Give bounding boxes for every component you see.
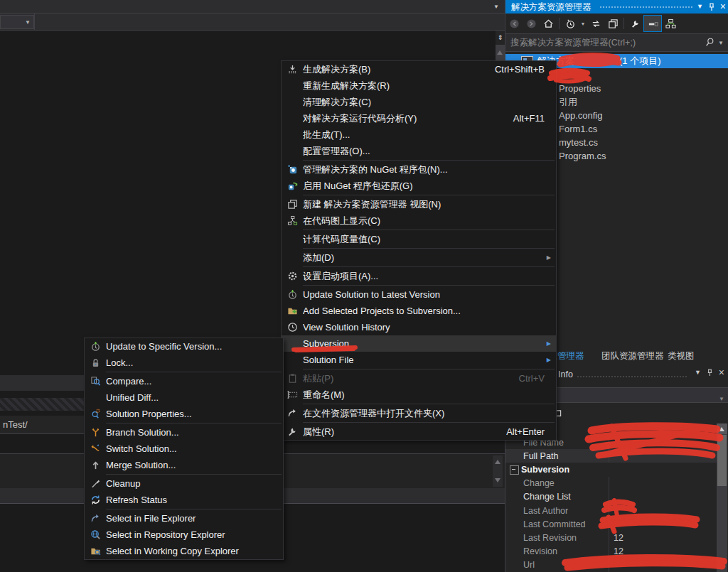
scroll-up-arrow-icon <box>719 427 724 431</box>
grid-row-last-author[interactable]: Last Author <box>505 504 717 517</box>
menu-item-add[interactable]: 添加(D)▶ <box>282 249 556 266</box>
mini-scrollbar[interactable] <box>493 455 503 487</box>
properties-magnifier-icon <box>85 406 106 422</box>
solution-search-box[interactable]: 搜索解决方案资源管理器(Ctrl+;) ▼ <box>505 33 728 52</box>
gear-icon <box>282 268 303 284</box>
tree-row-program[interactable]: Program.cs <box>559 149 722 163</box>
chevron-down-icon[interactable]: ▼ <box>718 40 724 46</box>
collapse-all-icon[interactable] <box>643 15 662 32</box>
submenu-item-switch-solution[interactable]: Switch Solution... <box>85 441 283 457</box>
tree-row-references[interactable]: 引用 <box>559 95 722 109</box>
svn-update-icon <box>282 286 303 303</box>
submenu-item-unified-diff[interactable]: Unified Diff... <box>85 389 283 406</box>
menu-item-open-folder-in-explorer[interactable]: 在文件资源管理器中打开文件夹(X) <box>282 405 556 421</box>
close-icon[interactable]: × <box>720 0 726 14</box>
submenu-item-lock[interactable]: Lock... <box>85 355 283 371</box>
refresh-icon <box>85 492 106 508</box>
submenu-arrow-icon: ▶ <box>547 254 551 261</box>
pin-icon[interactable] <box>707 369 713 377</box>
close-icon[interactable]: × <box>719 367 724 378</box>
submenu-item-branch-solution[interactable]: Branch Solution... <box>85 424 283 441</box>
toolbar-separator <box>559 18 560 29</box>
menu-item-view-solution-history[interactable]: View Solution History <box>282 319 556 335</box>
menu-item-rebuild-solution[interactable]: 重新生成解决方案(R) <box>282 77 556 94</box>
pending-changes-filter-icon[interactable] <box>562 16 579 31</box>
merge-icon <box>85 457 106 473</box>
toolbar-separator <box>623 18 624 29</box>
grid-category-subversion[interactable]: Subversion <box>505 463 717 476</box>
forward-icon[interactable] <box>523 16 540 31</box>
solution-label-suffix: (1 个项目) <box>619 54 661 68</box>
menu-item-batch-build[interactable]: 批生成(T)... <box>282 126 556 143</box>
tree-row-properties[interactable]: Properties <box>559 82 722 95</box>
window-position-icon[interactable]: ▼ <box>697 0 703 14</box>
menu-item-enable-nuget-restore[interactable]: 启用 NuGet 程序包还原(G) <box>282 178 556 194</box>
toolbar-separator <box>34 14 35 30</box>
toolbar-overflow-icon[interactable]: ▼ <box>493 4 499 10</box>
scroll-up-arrow-icon[interactable] <box>497 50 503 55</box>
grid-row-change-list[interactable]: Change List <box>505 490 717 504</box>
grid-row-url[interactable]: Url <box>505 558 717 572</box>
menu-item-paste[interactable]: 粘贴(P)Ctrl+V <box>282 370 556 387</box>
toolbar-combobox[interactable]: ▼ <box>0 15 34 29</box>
properties-wrench-icon[interactable] <box>626 16 643 31</box>
submenu-item-update-specific-version[interactable]: Update to Specific Version... <box>85 338 283 355</box>
back-icon[interactable] <box>505 16 523 31</box>
menu-item-code-metrics[interactable]: 计算代码度量值(C) <box>282 231 556 247</box>
grid-scrollbar[interactable] <box>717 423 727 572</box>
menu-item-rename[interactable]: 重命名(M) <box>282 387 556 403</box>
home-icon[interactable] <box>540 16 557 31</box>
editor-splitter-handle[interactable]: ⇕ <box>496 31 505 45</box>
submenu-item-solution-properties[interactable]: Solution Properties... <box>85 406 283 422</box>
grid-row-change[interactable]: Change <box>505 477 717 490</box>
submenu-arrow-icon: ▶ <box>547 340 551 347</box>
update-specific-version-icon <box>85 338 106 355</box>
menu-item-show-on-code-map[interactable]: 在代码图上显示(C) <box>282 212 556 229</box>
tree-row-mytest[interactable]: mytest.cs <box>559 136 722 149</box>
pin-icon[interactable] <box>708 3 715 11</box>
grid-row-full-path[interactable]: Full Path <box>505 449 717 463</box>
tab-class-view[interactable]: 类视图 <box>668 348 695 364</box>
tab-team-explorer[interactable]: 团队资源管理器 <box>601 348 664 364</box>
grid-row-revision[interactable]: Revision12 <box>505 545 717 558</box>
search-placeholder: 搜索解决方案资源管理器(Ctrl+;) <box>510 37 636 49</box>
window-position-icon[interactable]: ▼ <box>695 369 701 376</box>
menu-item-properties[interactable]: 属性(R)Alt+Enter <box>282 423 556 440</box>
menu-item-set-startup-project[interactable]: 设置启动项目(A)... <box>282 268 556 284</box>
branch-icon <box>85 424 106 441</box>
submenu-item-refresh-status[interactable]: Refresh Status <box>85 492 283 508</box>
scrollbar-thumb[interactable] <box>717 435 727 486</box>
scroll-up-arrow-icon <box>495 460 500 464</box>
menu-item-update-solution-latest[interactable]: Update Solution to Latest Version <box>282 286 556 303</box>
submenu-item-select-in-working-copy-explorer[interactable]: Select in Working Copy Explorer <box>85 543 283 559</box>
menu-item-run-code-analysis[interactable]: 对解决方案运行代码分析(Y)Alt+F11 <box>282 110 556 126</box>
submenu-item-select-in-file-explorer[interactable]: Select in File Explorer <box>85 510 283 527</box>
menu-item-add-projects-to-subversion[interactable]: Add Selected Projects to Subversion... <box>282 303 556 319</box>
menu-item-new-explorer-view[interactable]: 新建 解决方案资源管理器 视图(N) <box>282 196 556 212</box>
clipboard-icon <box>282 370 303 387</box>
grid-row-last-revision[interactable]: Last Revision12 <box>505 531 717 544</box>
search-icon[interactable] <box>705 37 714 48</box>
menu-item-clean-solution[interactable]: 清理解决方案(C) <box>282 94 556 110</box>
collapse-box-icon[interactable] <box>510 465 519 475</box>
new-solution-explorer-view-icon[interactable] <box>604 16 621 31</box>
submenu-item-select-in-repository-explorer[interactable]: Select in Repository Explorer <box>85 527 283 543</box>
submenu-item-compare[interactable]: Compare... <box>85 373 283 389</box>
sync-with-active-document-icon[interactable] <box>587 16 604 31</box>
tree-row-project[interactable] <box>559 68 722 82</box>
grid-row-last-committed[interactable]: Last Committed <box>505 517 717 531</box>
tree-row-appconfig[interactable]: App.config <box>559 109 722 122</box>
chevron-down-icon[interactable]: ▼ <box>579 16 587 31</box>
submenu-item-cleanup[interactable]: Cleanup <box>85 475 283 492</box>
menu-item-configuration-manager[interactable]: 配置管理器(O)... <box>282 143 556 159</box>
menu-item-subversion[interactable]: Subversion▶ <box>282 335 556 352</box>
scroll-up-button[interactable] <box>717 423 727 434</box>
menu-item-manage-nuget[interactable]: 管理解决方案的 NuGet 程序包(N)... <box>282 161 556 178</box>
nuget-icon <box>282 161 303 178</box>
submenu-item-merge-solution[interactable]: Merge Solution... <box>85 457 283 473</box>
menu-item-solution-file[interactable]: Solution File▶ <box>282 352 556 368</box>
menu-item-build-solution[interactable]: 生成解决方案(B)Ctrl+Shift+B <box>282 61 556 77</box>
show-all-files-icon[interactable] <box>662 16 679 31</box>
tree-row-form1[interactable]: Form1.cs <box>559 122 722 136</box>
solution-explorer-titlebar[interactable]: 解决方案资源管理器 ▼ × <box>505 0 728 14</box>
